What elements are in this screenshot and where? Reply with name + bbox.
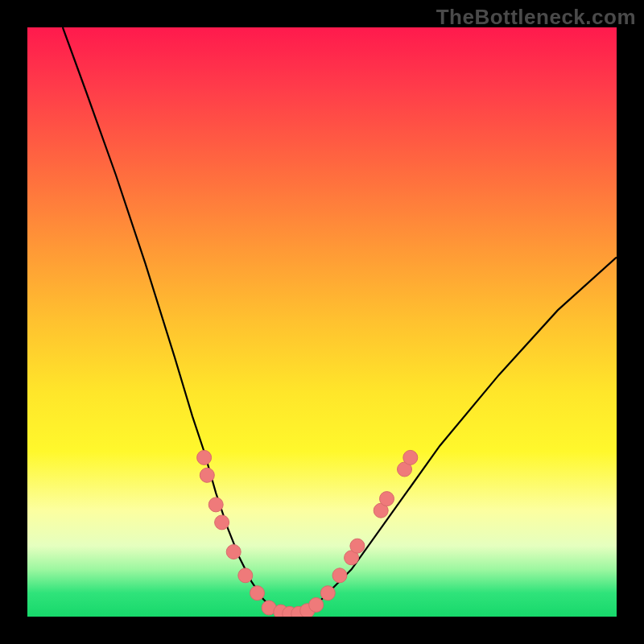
right-dot-2 xyxy=(332,568,347,583)
left-dot-5 xyxy=(226,545,241,559)
left-dot-3 xyxy=(208,497,223,512)
chart-frame: TheBottleneck.com xyxy=(0,0,644,644)
left-dot-7 xyxy=(250,586,265,601)
chart-svg xyxy=(27,27,617,617)
bottleneck-curve xyxy=(63,27,617,617)
left-dot-1 xyxy=(197,450,212,464)
right-dot-1 xyxy=(320,586,335,601)
left-dot-4 xyxy=(215,515,229,530)
branding-label: TheBottleneck.com xyxy=(436,5,636,30)
left-dot-2 xyxy=(200,468,214,482)
right-dot-4 xyxy=(350,539,365,553)
right-dot-6 xyxy=(380,492,394,506)
left-dot-6 xyxy=(238,568,253,583)
plot-area xyxy=(27,27,617,617)
bottom-dot-6 xyxy=(309,597,324,612)
right-dot-8 xyxy=(403,450,418,464)
